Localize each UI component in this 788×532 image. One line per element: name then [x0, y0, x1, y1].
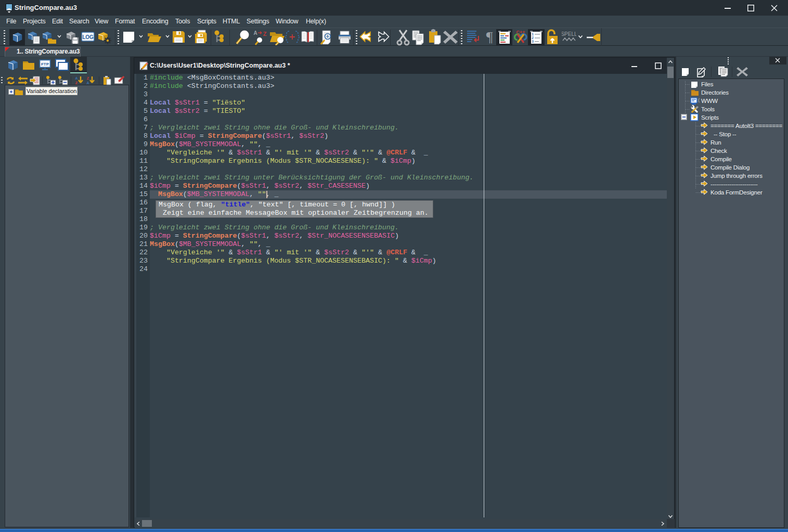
svg-text:Z: Z	[75, 81, 78, 85]
svg-text:LOG: LOG	[82, 34, 94, 40]
svg-text:3: 3	[532, 40, 534, 44]
svg-text:SPELL: SPELL	[562, 31, 576, 37]
svg-text:Z: Z	[87, 76, 89, 81]
svg-text:¶: ¶	[486, 30, 493, 44]
svg-text:Z: Z	[263, 31, 267, 37]
svg-text:A: A	[87, 81, 89, 85]
svg-text:A: A	[253, 30, 257, 36]
svg-text:FTP: FTP	[41, 62, 49, 67]
svg-text:A: A	[75, 76, 78, 81]
